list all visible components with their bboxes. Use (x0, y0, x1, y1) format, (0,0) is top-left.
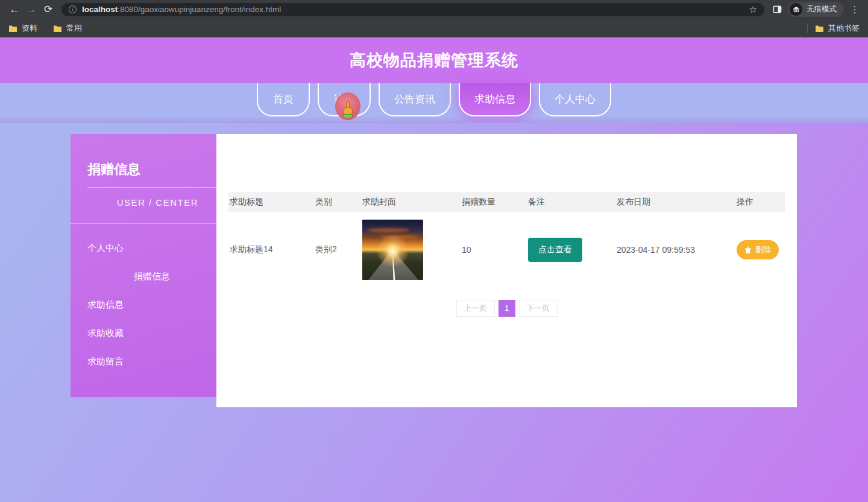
page-title: 高校物品捐赠管理系统 (350, 49, 518, 71)
side-panel-icon[interactable] (773, 5, 782, 14)
bookmark-folder-changyong[interactable]: 常用 (53, 23, 82, 34)
table-header-row: 求助标题 类别 求助封面 捐赠数量 备注 发布日期 操作 (228, 192, 785, 212)
browser-toolbar: ← → ⟳ i localhost:8080/gaoxiaowupinjuanz… (0, 0, 868, 19)
col-header-cover: 求助封面 (361, 197, 461, 208)
browser-menu-icon[interactable]: ⋮ (848, 4, 862, 15)
incognito-chip[interactable]: 无痕模式 (788, 2, 844, 17)
content-card: 求助标题 类别 求助封面 捐赠数量 备注 发布日期 操作 求助标题14 类别2 (216, 134, 797, 407)
sun-glow-shape (362, 220, 423, 280)
url-host: localhost (82, 5, 118, 14)
nav-tab-forum[interactable]: 论坛 (318, 83, 371, 116)
cell-actions: 删除 (735, 240, 785, 259)
folder-icon (815, 25, 824, 33)
col-header-quantity: 捐赠数量 (461, 197, 527, 208)
nav-tab-personal-center[interactable]: 个人中心 (539, 83, 611, 116)
bookmarks-bar: 资料 常用 其他书签 (0, 19, 868, 37)
incognito-label: 无痕模式 (807, 4, 837, 14)
trash-icon (744, 246, 752, 254)
delete-button-label: 删除 (755, 244, 771, 255)
pagination-next[interactable]: 下一页 (519, 300, 558, 317)
incognito-icon (790, 3, 802, 16)
forward-icon[interactable]: → (23, 2, 40, 17)
sidebar-item-donation-info[interactable]: 捐赠信息 (71, 262, 216, 290)
cell-title: 求助标题14 (228, 244, 314, 255)
view-remark-button[interactable]: 点击查看 (528, 238, 582, 262)
page-background: 捐赠信息 USER / CENTER 个人中心 捐赠信息 求助信息 求助收藏 求… (0, 123, 868, 502)
col-header-category: 类别 (314, 197, 361, 208)
folder-icon (8, 25, 17, 33)
main-nav: 首页 论坛 公告资讯 求助信息 个人中心 (0, 83, 868, 123)
url-text: localhost:8080/gaoxiaowupinjuanzeng/fron… (82, 5, 281, 14)
cell-date: 2023-04-17 09:59:53 (615, 245, 735, 255)
other-bookmarks[interactable]: 其他书签 (815, 23, 860, 34)
sidebar-subtitle: USER / CENTER (71, 197, 216, 208)
folder-icon (53, 25, 62, 33)
pagination-page-1[interactable]: 1 (498, 300, 515, 317)
nav-tab-announcements[interactable]: 公告资讯 (379, 83, 451, 116)
address-bar[interactable]: i localhost:8080/gaoxiaowupinjuanzeng/fr… (61, 3, 764, 16)
nav-tab-help-info[interactable]: 求助信息 (459, 83, 531, 116)
sidebar-title: 捐赠信息 (87, 160, 216, 188)
cover-photo[interactable] (362, 220, 423, 280)
cell-category: 类别2 (314, 244, 361, 255)
col-header-title: 求助标题 (228, 197, 314, 208)
pagination-prev[interactable]: 上一页 (456, 300, 495, 317)
sidebar-item-help-info[interactable]: 求助信息 (71, 290, 216, 319)
other-bookmarks-label: 其他书签 (828, 23, 860, 34)
bookmark-label: 资料 (22, 23, 37, 34)
sidebar-menu: 个人中心 捐赠信息 求助信息 求助收藏 求助留言 (71, 234, 216, 375)
sidebar-divider (71, 223, 216, 224)
pagination: 上一页 1 下一页 (216, 300, 797, 317)
url-path: :8080/gaoxiaowupinjuanzeng/front/index.h… (118, 5, 281, 14)
cell-cover (361, 220, 461, 280)
nav-tab-home[interactable]: 首页 (257, 83, 310, 116)
cell-quantity: 10 (461, 245, 527, 255)
col-header-actions: 操作 (735, 197, 785, 208)
sidebar-item-help-messages[interactable]: 求助留言 (71, 347, 216, 375)
data-table: 求助标题 类别 求助封面 捐赠数量 备注 发布日期 操作 求助标题14 类别2 (228, 192, 785, 288)
table-row: 求助标题14 类别2 10 点击查看 2023-04-17 09:59:53 (228, 212, 785, 288)
delete-button[interactable]: 删除 (737, 240, 779, 259)
cell-remark: 点击查看 (527, 238, 615, 262)
sidebar-item-personal-center[interactable]: 个人中心 (71, 234, 216, 262)
reload-icon[interactable]: ⟳ (40, 2, 57, 17)
bookmark-label: 常用 (66, 23, 82, 34)
info-icon[interactable]: i (69, 5, 77, 13)
sidebar-item-help-favorites[interactable]: 求助收藏 (71, 319, 216, 347)
col-header-date: 发布日期 (615, 197, 735, 208)
col-header-remark: 备注 (527, 197, 615, 208)
bookmark-star-icon[interactable]: ☆ (749, 4, 757, 15)
app-header: 高校物品捐赠管理系统 (0, 37, 868, 83)
bookmarks-divider (807, 24, 808, 33)
bookmark-folder-ziliao[interactable]: 资料 (8, 23, 37, 34)
sidebar: 捐赠信息 USER / CENTER 个人中心 捐赠信息 求助信息 求助收藏 求… (71, 134, 216, 397)
back-icon[interactable]: ← (6, 2, 23, 17)
